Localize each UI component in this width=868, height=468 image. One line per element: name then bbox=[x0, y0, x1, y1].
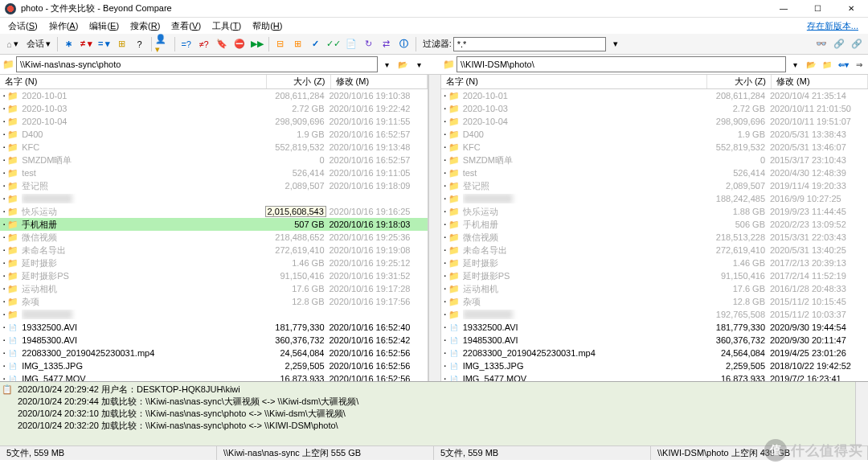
expand-icon[interactable]: ▪ bbox=[3, 273, 5, 278]
expand-icon[interactable]: ▪ bbox=[3, 158, 5, 162]
file-row[interactable]: ▪📄IMG_5477.MOV16,873,9332019/7/2 16:23:4… bbox=[441, 372, 869, 381]
file-row[interactable]: ▪📄22083300_20190425230031.mp424,564,0842… bbox=[441, 347, 869, 359]
right-col-name[interactable]: 名字 (N) bbox=[441, 75, 708, 88]
left-rows[interactable]: ▪📁2020-10-01208,611,2842020/10/16 19:10:… bbox=[0, 89, 428, 381]
expand-icon[interactable]: ▪ bbox=[3, 248, 5, 252]
expand-button[interactable]: ⊟ bbox=[272, 36, 289, 52]
expand-icon[interactable]: ▪ bbox=[444, 119, 446, 124]
expand-icon[interactable]: ▪ bbox=[444, 93, 446, 98]
menu-h[interactable]: 帮助(H) bbox=[248, 18, 287, 34]
right-path-dropdown[interactable]: ▾ bbox=[788, 57, 802, 72]
file-row[interactable]: ▪📄IMG_1335.JPG2,259,5052018/10/22 19:42:… bbox=[441, 359, 869, 372]
file-row[interactable]: ▪📄19332500.AVI181,779,3302020/10/16 16:5… bbox=[0, 321, 428, 334]
left-path-dropdown[interactable]: ▾ bbox=[379, 57, 394, 72]
folder-row[interactable]: ▪📁延时摄影PS91,150,4162020/10/16 19:31:52 bbox=[0, 269, 428, 282]
link-green-icon[interactable]: 🔗 bbox=[849, 36, 865, 52]
folder-row[interactable]: ▪📁D4001.9 GB2020/5/31 13:38:43 bbox=[441, 128, 869, 141]
expand-icon[interactable]: ▪ bbox=[3, 338, 5, 343]
stop-button[interactable]: ⛔ bbox=[231, 36, 248, 52]
right-browse-button[interactable]: 📂 bbox=[804, 57, 818, 72]
right-rows[interactable]: ▪📁2020-10-01208,611,2842020/10/4 21:35:1… bbox=[441, 89, 869, 381]
expand-icon[interactable]: ▪ bbox=[444, 261, 446, 265]
right-fwd-button[interactable]: ⇒ bbox=[852, 57, 866, 72]
expand-icon[interactable]: ▪ bbox=[444, 170, 446, 175]
left-history-dropdown[interactable]: ▾ bbox=[411, 57, 426, 72]
files-button[interactable]: 📄 bbox=[343, 36, 359, 52]
expand-icon[interactable]: ▪ bbox=[3, 145, 5, 150]
folder-row[interactable]: ▪📁快乐运动1.88 GB2019/9/23 11:44:45 bbox=[441, 205, 869, 218]
file-row[interactable]: ▪📄IMG_5477.MOV16,873,9332020/10/16 16:52… bbox=[0, 372, 428, 381]
file-row[interactable]: ▪📄19485300.AVI360,376,7322020/9/30 20:11… bbox=[441, 334, 869, 347]
folder-row[interactable]: ▪📁2020-10-01208,611,2842020/10/16 19:10:… bbox=[0, 89, 428, 102]
expand-icon[interactable]: ▪ bbox=[3, 170, 5, 175]
ne-button[interactable]: ≠? bbox=[196, 36, 212, 52]
expand-icon[interactable]: ▪ bbox=[3, 325, 5, 330]
link-red-icon[interactable]: 🔗 bbox=[831, 36, 847, 52]
eq-button[interactable]: =? bbox=[178, 36, 194, 52]
menu-r[interactable]: 搜索(R) bbox=[125, 18, 165, 34]
folder-row[interactable]: ▪📁延时摄影1.46 GB2017/2/13 20:39:13 bbox=[441, 257, 869, 269]
left-path-input[interactable] bbox=[16, 56, 378, 72]
file-row[interactable]: ▪📄19485300.AVI360,376,7322020/10/16 16:5… bbox=[0, 334, 428, 347]
expand-icon[interactable]: ▪ bbox=[3, 209, 5, 214]
right-col-date[interactable]: 修改 (M) bbox=[772, 75, 868, 88]
session-dropdown[interactable]: 会话 ▾ bbox=[23, 36, 54, 51]
folder-row[interactable]: ▪📁D4001.9 GB2020/10/16 16:52:57 bbox=[0, 128, 428, 141]
expand-icon[interactable]: ▪ bbox=[444, 273, 446, 278]
folder-row[interactable]: ▪📁2020-10-04298,909,6962020/10/16 19:11:… bbox=[0, 115, 428, 128]
folder-row[interactable]: ▪📁手机相册507 GB2020/10/16 19:18:03 bbox=[0, 218, 428, 231]
menu-s[interactable]: 会话(S) bbox=[3, 18, 43, 34]
folder-row[interactable]: ▪📁████████192,765,5082015/11/2 10:03:37 bbox=[441, 308, 869, 321]
file-row[interactable]: ▪📄IMG_1335.JPG2,259,5052020/10/16 16:52:… bbox=[0, 359, 428, 372]
folder-row[interactable]: ▪📁延时摄影PS91,150,4162017/2/14 11:52:19 bbox=[441, 269, 869, 282]
expand-icon[interactable]: ▪ bbox=[444, 196, 446, 201]
right-back-button[interactable]: ⇐▾ bbox=[836, 57, 850, 72]
expand-icon[interactable]: ▪ bbox=[444, 183, 446, 188]
expand-icon[interactable]: ▪ bbox=[444, 235, 446, 240]
expand-icon[interactable]: ▪ bbox=[444, 209, 446, 214]
folder-row[interactable]: ▪📁████████ bbox=[0, 308, 428, 321]
folder-row[interactable]: ▪📁运动相机17.6 GB2020/10/16 19:17:28 bbox=[0, 282, 428, 295]
expand-icon[interactable]: ▪ bbox=[444, 132, 446, 137]
center-strip[interactable] bbox=[428, 75, 441, 381]
folder-row[interactable]: ▪📁████████ bbox=[0, 192, 428, 205]
folder-row[interactable]: ▪📁KFC552,819,5322020/10/16 19:13:48 bbox=[0, 141, 428, 154]
folder-row[interactable]: ▪📁test526,4142020/4/30 12:48:39 bbox=[441, 166, 869, 179]
expand-icon[interactable]: ▪ bbox=[444, 158, 446, 162]
log-scrollbar[interactable] bbox=[855, 382, 868, 445]
log-icon[interactable]: 📋 bbox=[2, 384, 13, 395]
expand-icon[interactable]: ▪ bbox=[444, 248, 446, 252]
expand-icon[interactable]: ▪ bbox=[3, 93, 5, 98]
folder-row[interactable]: ▪📁KFC552,819,5322020/5/31 13:46:07 bbox=[441, 141, 869, 154]
expand-icon[interactable]: ▪ bbox=[3, 222, 5, 227]
expand-icon[interactable]: ▪ bbox=[444, 145, 446, 150]
expand-icon[interactable]: ▪ bbox=[3, 286, 5, 291]
menu-a[interactable]: 操作(A) bbox=[44, 18, 84, 34]
menu-t[interactable]: 工具(T) bbox=[207, 18, 246, 34]
folder-row[interactable]: ▪📁杂项12.8 GB2015/11/2 10:15:45 bbox=[441, 295, 869, 308]
menu-e[interactable]: 编辑(E) bbox=[84, 18, 124, 34]
expand-icon[interactable]: ▪ bbox=[3, 312, 5, 317]
minor-button[interactable]: ? bbox=[132, 36, 148, 52]
filter-input[interactable] bbox=[453, 37, 606, 51]
folder-row[interactable]: ▪📁SMZDM晒单02015/3/17 23:10:43 bbox=[441, 154, 869, 166]
expand-icon[interactable]: ▪ bbox=[444, 299, 446, 304]
home-button[interactable]: ⌂▾ bbox=[3, 37, 22, 51]
new-version-link[interactable]: 存在新版本... bbox=[807, 20, 865, 32]
folder-row[interactable]: ▪📁2020-10-01208,611,2842020/10/4 21:35:1… bbox=[441, 89, 869, 102]
refresh-button[interactable]: ↻ bbox=[361, 36, 377, 52]
expand-icon[interactable]: ▪ bbox=[3, 183, 5, 188]
collapse-button[interactable]: ⊞ bbox=[290, 36, 306, 52]
right-col-size[interactable]: 大小 (Z) bbox=[707, 75, 772, 88]
diff-button[interactable]: ≠ ▾ bbox=[79, 36, 95, 52]
left-col-date[interactable]: 修改 (M) bbox=[331, 75, 428, 88]
select-all-button[interactable]: ✓✓ bbox=[326, 36, 342, 52]
folder-row[interactable]: ▪📁微信视频218,513,2282015/3/31 22:03:43 bbox=[441, 231, 869, 244]
expand-icon[interactable]: ▪ bbox=[3, 235, 5, 240]
right-folder-icon[interactable]: 📁 bbox=[442, 58, 455, 71]
folder-row[interactable]: ▪📁手机相册506 GB2020/2/23 13:09:52 bbox=[441, 218, 869, 231]
folder-row[interactable]: ▪📁延时摄影1.46 GB2020/10/16 19:25:12 bbox=[0, 257, 428, 269]
left-folder-icon[interactable]: 📁 bbox=[2, 58, 14, 71]
left-col-size[interactable]: 大小 (Z) bbox=[267, 75, 331, 88]
folder-row[interactable]: ▪📁杂项12.8 GB2020/10/16 19:17:56 bbox=[0, 295, 428, 308]
